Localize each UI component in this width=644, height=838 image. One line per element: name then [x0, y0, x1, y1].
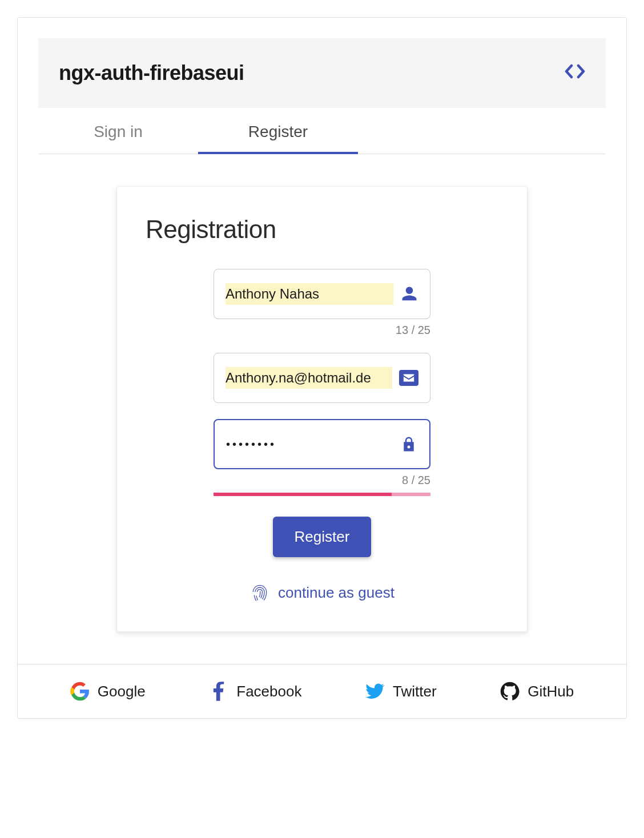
code-toggle-button[interactable]	[565, 63, 585, 84]
component-title: ngx-auth-firebaseui	[59, 61, 244, 85]
github-icon	[500, 682, 520, 701]
email-input-box[interactable]: Anthony.na@hotmail.de	[214, 353, 430, 403]
email-input[interactable]: Anthony.na@hotmail.de	[226, 367, 392, 389]
provider-github-label: GitHub	[528, 683, 574, 700]
tab-signin[interactable]: Sign in	[38, 108, 198, 154]
provider-github[interactable]: GitHub	[500, 682, 574, 701]
password-input-box[interactable]: ••••••••	[214, 419, 430, 469]
provider-twitter[interactable]: Twitter	[365, 682, 437, 701]
name-field-wrap: Anthony Nahas 13 / 25	[214, 269, 430, 337]
password-field-wrap: •••••••• 8 / 25	[214, 419, 430, 496]
twitter-icon	[365, 682, 385, 701]
password-strength-bar	[214, 493, 430, 496]
password-counter: 8 / 25	[214, 474, 430, 487]
person-icon	[400, 285, 418, 303]
component-header: ngx-auth-firebaseui	[38, 38, 606, 108]
password-strength-fill	[214, 493, 392, 496]
name-counter: 13 / 25	[214, 324, 430, 337]
fingerprint-icon	[249, 582, 270, 603]
register-button[interactable]: Register	[273, 517, 372, 557]
continue-as-guest-link[interactable]: continue as guest	[146, 582, 498, 603]
tab-register[interactable]: Register	[198, 108, 358, 154]
provider-twitter-label: Twitter	[393, 683, 437, 700]
mail-icon	[399, 370, 418, 386]
name-input-box[interactable]: Anthony Nahas	[214, 269, 430, 319]
provider-facebook-label: Facebook	[236, 683, 301, 700]
email-field-wrap: Anthony.na@hotmail.de	[214, 353, 430, 403]
provider-facebook[interactable]: Facebook	[209, 682, 301, 701]
form-title: Registration	[146, 215, 498, 244]
code-icon	[565, 63, 585, 79]
lock-icon	[400, 435, 418, 453]
name-input[interactable]: Anthony Nahas	[226, 283, 393, 305]
provider-google-label: Google	[98, 683, 146, 700]
registration-card: Registration Anthony Nahas 13 / 25 Antho…	[116, 186, 528, 632]
component-card: ngx-auth-firebaseui Sign in Register Reg…	[17, 17, 627, 719]
auth-providers-row: Google Facebook Twitter GitHub	[18, 664, 626, 718]
facebook-icon	[209, 682, 228, 701]
google-icon	[70, 682, 90, 701]
provider-google[interactable]: Google	[70, 682, 146, 701]
auth-tabs: Sign in Register	[38, 108, 606, 154]
guest-link-label: continue as guest	[278, 584, 395, 602]
password-input[interactable]: ••••••••	[226, 435, 393, 453]
